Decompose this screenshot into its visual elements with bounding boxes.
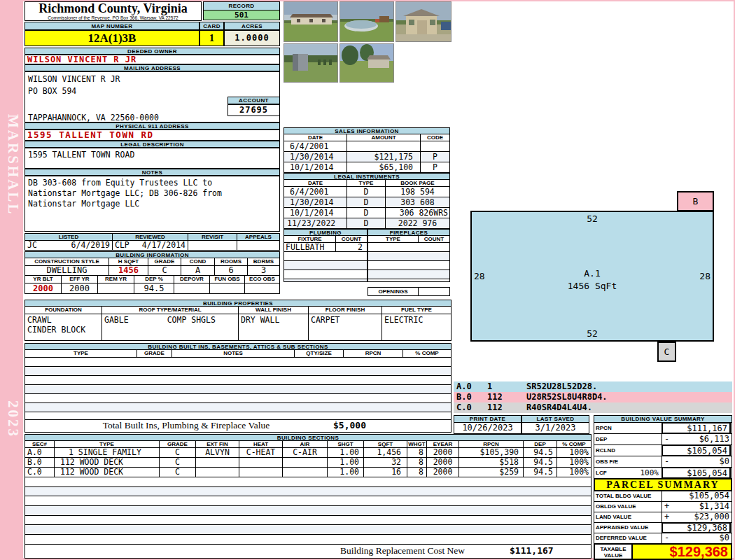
account-label: ACCOUNT: [227, 97, 280, 104]
bvs-sign: -: [664, 456, 669, 466]
bvs-label: RCLND: [594, 445, 662, 456]
sketch-b-label: B: [693, 196, 699, 206]
parcel-sign: +: [664, 502, 669, 511]
cell-heat: [239, 468, 283, 477]
sketch-dim-bottom: 52: [472, 328, 713, 339]
cell-type: 112 WOOD DECK: [55, 458, 160, 467]
cell-rpcn: $518: [459, 458, 524, 467]
cell-sec: C.0: [25, 468, 55, 477]
shed-photo[interactable]: [396, 1, 451, 42]
bvs-value: $111,167: [662, 423, 731, 434]
sale-date: 1/30/2014: [284, 152, 347, 162]
builtins-qty-header: QTY/SIZE: [295, 350, 344, 357]
dep-header: DEP: [524, 441, 557, 447]
sketch-code-row-b: B.0 112 U28R52SL8U4R8D4.: [454, 392, 732, 402]
sale-code: P: [421, 162, 449, 172]
building-sections-empty-rows: [24, 477, 592, 545]
parcel-sign: -: [664, 533, 669, 542]
county-header-box: Richmond County, Virginia Commissioner o…: [24, 1, 202, 21]
fireplace-type-header: TYPE: [368, 236, 419, 242]
parcel-value: $105,054: [662, 491, 732, 501]
cell-sec: A.0: [25, 448, 55, 457]
bvs-value: $105,054: [662, 468, 731, 479]
instrument-row: 11/23/2022 D 2022 976: [284, 218, 450, 229]
grade-header: GRADE: [148, 258, 181, 265]
house-front-photo[interactable]: [284, 1, 338, 42]
parcel-row: APPRAISED VALUE $129,368: [594, 523, 732, 533]
parcel-row: TOTAL BLDG VALUE $105,054: [594, 491, 732, 502]
instrument-row: 10/1/2014 D 306 826WRS: [284, 208, 450, 218]
mailing-line-2: PO BOX 594: [25, 84, 279, 96]
cell-eyear: 2000: [427, 468, 459, 477]
appeals-value: [237, 241, 279, 250]
sales-date-header: DATE: [284, 134, 347, 141]
built-ins-section: BUILDING BUILT INS, BASEMENTS, ATTICS & …: [24, 343, 451, 433]
rooms-header: ROOMS: [215, 258, 248, 265]
notes-label: NOTES: [24, 169, 280, 176]
cond-value: A: [181, 266, 215, 275]
code-num: 112: [487, 392, 526, 402]
fireplaces-section: FIREPLACES TYPE COUNT OPENINGS: [368, 229, 450, 296]
instr-date: 6/4/2001: [284, 187, 347, 197]
house-distant-photo[interactable]: [340, 43, 394, 83]
bvs-row: RCLND $105,054: [594, 445, 732, 456]
account-value: 27695: [227, 104, 280, 116]
building-properties: BUILDING PROPERTIES FOUNDATION ROOF TYPE…: [24, 300, 451, 341]
instr-date: 11/23/2022: [284, 218, 347, 228]
rpcn-header: RPCN: [459, 441, 524, 447]
legal-instruments: LEGAL INSTRUMENTS DATE TYPE BOOK PAGE 6/…: [284, 173, 450, 229]
instr-date: 1/30/2014: [284, 197, 347, 207]
parcel-value: $23,000: [694, 512, 729, 522]
cell-type: 112 WOOD DECK: [55, 468, 160, 477]
commissioner-line: Commissioner of the Revenue, PO Box 366,…: [25, 15, 201, 20]
cell-shgt: 1.00: [328, 468, 364, 477]
depovr-value: [174, 284, 210, 293]
ecoobs-header: ECO OBS: [245, 276, 279, 283]
cell-heat: C-HEAT: [239, 448, 283, 457]
county-title: Richmond County, Virginia: [25, 2, 201, 15]
type-header: TYPE: [55, 441, 160, 447]
fixture-header: FIXTURE: [284, 236, 336, 242]
section-row-b: B.0 112 WOOD DECK C 1.00 32 8 2000 $518 …: [24, 458, 592, 468]
cell-air: [283, 468, 328, 477]
openings-value: [419, 288, 449, 295]
dep-pct-header: DEP %: [134, 276, 174, 283]
bvs-value: $105,054: [662, 445, 731, 456]
outbuilding-photo[interactable]: [284, 43, 338, 83]
bvs-value: $0: [720, 456, 729, 466]
building-value-summary: BUILDING VALUE SUMMARY RPCN $111,167 DEP…: [594, 415, 732, 479]
bvs-label: LCF: [596, 468, 607, 478]
cell-comp: 100%: [557, 458, 591, 467]
sale-amount: $65,100: [347, 162, 421, 172]
pool-photo[interactable]: [340, 1, 394, 42]
print-date-value: 10/26/2023: [454, 423, 522, 434]
cell-air: C-AIR: [283, 448, 328, 457]
notes-line-2: Nationstar Mortgage LLC; DB 306-826 from: [28, 188, 279, 199]
cell-grade: C: [160, 458, 196, 467]
legal-description-label: LEGAL DESCRIPTION: [24, 141, 280, 148]
parcel-value: $1,314: [699, 502, 729, 511]
instr-type: D: [347, 218, 386, 228]
roof-header: ROOF TYPE/MATERIAL: [102, 307, 239, 314]
roof-material-value: COMP SHGLS: [167, 315, 216, 340]
replacement-cost-label: Building Replacement Cost New: [340, 545, 465, 557]
grade2-header: GRADE: [160, 441, 196, 447]
plumbing-empty-rows: [284, 252, 368, 282]
bdrms-value: 3: [248, 266, 279, 275]
property-record-card: MARSHALL 2023 Richmond County, Virginia …: [0, 0, 735, 560]
foundation-line-2: CINDER BLOCK: [27, 325, 102, 335]
card-value: 1: [200, 30, 224, 46]
cond-header: COND: [181, 258, 215, 265]
cell-sec: B.0: [25, 458, 55, 467]
instrument-row: 6/4/2001 D 198 594: [284, 187, 450, 197]
instr-bookpage: 306 826WRS: [386, 208, 449, 218]
record-value: 501: [203, 10, 280, 20]
cell-sqft: 16: [364, 468, 407, 477]
sales-title: SALES INFORMATION: [284, 127, 450, 134]
sketch-area-label: A.1: [472, 268, 713, 279]
fueltype-value: ELECTRIC: [382, 314, 451, 340]
instr-type-header: TYPE: [347, 180, 386, 186]
built-ins-empty-rows: [24, 358, 451, 420]
bvs-label: RPCN: [594, 423, 662, 433]
code-num: 112: [487, 402, 526, 413]
